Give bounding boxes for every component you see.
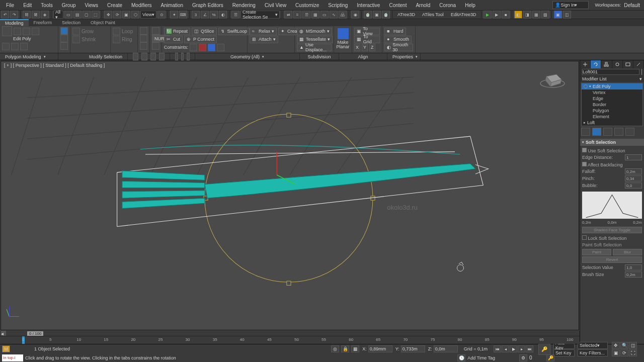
msmooth-button[interactable]: ◍MSmooth ▾ [297,28,332,35]
menu-graph-editors[interactable]: Graph Editors [188,2,227,9]
time-tag-icon[interactable]: 🕓 [457,354,465,361]
tab-modify-icon[interactable] [591,60,601,68]
pan-icon[interactable]: ✥ [612,342,620,349]
tool-b-icon[interactable]: ◨ [523,11,531,19]
stored-a-icon[interactable] [175,53,178,60]
so-border-icon[interactable] [32,28,39,35]
y-field[interactable]: 0,733m [401,345,425,352]
sel-tool-d-icon[interactable] [159,53,165,60]
grow-icon[interactable] [72,28,80,35]
tool-d-icon[interactable]: ▨ [541,11,549,19]
tab-display-icon[interactable] [623,60,633,68]
stored-c-icon[interactable] [187,53,190,60]
geometry-footer[interactable]: Geometry (All) [195,53,300,60]
rotate-icon[interactable]: ⟳ [113,11,121,19]
plugin-editatree[interactable]: EditATree3D [448,12,479,17]
to-grid-button[interactable]: ▦To Grid [354,36,380,43]
stop-icon[interactable]: ■ [502,11,510,19]
layer-explorer-icon[interactable]: ▦ [311,11,319,19]
polygon-modeling-footer[interactable]: Polygon Modeling [0,53,58,60]
edit-a-icon[interactable] [152,27,159,35]
edit-c-icon[interactable] [152,42,159,50]
swiftloop-button[interactable]: ↯SwiftLoop [218,28,250,35]
play-icon[interactable]: ▶ [484,11,492,19]
link-icon[interactable]: ⛓ [23,11,31,19]
constraint-edge-icon[interactable] [199,44,206,51]
goto-start-icon[interactable]: ⏮ [494,345,501,352]
add-time-tag[interactable]: Add Time Tag [467,355,495,360]
repeat-button[interactable]: ↻Repeat [164,28,190,35]
sel-a-icon[interactable] [140,27,147,35]
properties-footer[interactable]: Properties [387,53,421,60]
sel-c-icon[interactable] [140,42,147,50]
abs-rel-icon[interactable]: ▦ [351,345,359,352]
angle-snap-icon[interactable]: ∠ [201,11,209,19]
tool-c-icon[interactable]: ▦ [532,11,540,19]
configure-sets-icon[interactable] [625,128,634,136]
prev-frame-icon[interactable]: ◂ [502,345,509,352]
rollout-soft-selection[interactable]: ▾Soft Selection [580,139,644,146]
lock-soft-checkbox[interactable] [582,235,587,240]
menu-content[interactable]: Content [385,2,411,9]
tab-modeling[interactable]: Modeling [0,19,29,26]
render-frame-icon[interactable]: ▣ [373,11,381,19]
tab-utilities-icon[interactable] [633,60,644,68]
fov-icon[interactable]: ◫ [629,342,637,349]
sel-tool-b-icon[interactable] [141,53,147,60]
move-icon[interactable]: ✥ [104,11,112,19]
tab-object-paint[interactable]: Object Paint [86,19,120,26]
z-field[interactable]: 0,0m [434,345,458,352]
planar-y-button[interactable]: Y [362,44,368,51]
menu-modifiers[interactable]: Modifiers [127,2,156,9]
stack-border[interactable]: Border [582,102,642,108]
planar-x-button[interactable]: X [354,44,360,51]
constraint-face-icon[interactable] [208,44,215,51]
tab-hierarchy-icon[interactable] [601,60,612,68]
so-element-icon[interactable] [11,43,19,50]
menu-views[interactable]: Views [81,2,103,9]
selection-filter-dropdown[interactable]: All ▾ [53,11,63,19]
sel-tool-a-icon[interactable] [133,53,138,60]
stack-element[interactable]: Element [582,114,642,120]
frame-indicator[interactable]: 0 / 100 [27,331,43,336]
selection-lock-icon[interactable]: 🔒 [341,345,349,352]
stored-b-icon[interactable] [181,53,184,60]
menu-tools[interactable]: Tools [37,2,56,9]
modifier-list-dropdown[interactable]: Modifier List▾ [580,75,644,82]
percent-snap-icon[interactable]: % [210,11,218,19]
constraint-none-icon[interactable] [190,44,197,51]
loop-icon[interactable] [113,28,120,35]
tool-f-icon[interactable]: ◫ [563,11,571,19]
pconnect-button[interactable]: ⊕P Connect [184,36,217,43]
qslice-button[interactable]: ◫QSlice [192,28,217,35]
tool-e-icon[interactable]: ▣ [554,11,562,19]
goto-end-icon[interactable]: ⏭ [526,345,533,352]
sel-b-icon[interactable] [140,35,147,42]
ring-icon[interactable] [113,36,120,43]
toggle-ribbon-icon[interactable]: ▭ [320,11,329,19]
manip-icon[interactable]: ✦ [170,11,178,19]
current-frame-field[interactable]: 0 [529,355,544,360]
remove-modifier-icon[interactable] [614,128,623,136]
edge-distance-spinner[interactable]: 1 [625,154,642,160]
show-end-result-icon[interactable] [592,128,601,136]
spinner-snap-icon[interactable]: ◐ [219,11,227,19]
menu-scripting[interactable]: Scripting [324,2,352,9]
pin-stack-icon[interactable] [581,128,590,136]
menu-corona[interactable]: Corona [435,2,460,9]
x-field[interactable]: 0,89mm [368,345,392,352]
cut-button[interactable]: ✂Cut [164,36,183,43]
sel-value-spinner[interactable]: 1,0 [625,264,642,270]
relax-button[interactable]: ≈Relax ▾ [250,28,277,35]
scale-icon[interactable]: ▣ [122,11,130,19]
subdivision-footer[interactable]: Subdivision [300,53,339,60]
preview-icon[interactable] [20,43,28,50]
edit-selection-icon[interactable]: ☰ [231,11,239,19]
next-frame-icon[interactable]: ▸ [518,345,525,352]
modifier-stack[interactable]: ▾Edit Poly Vertex Edge Border Polygon El… [581,83,643,126]
modify-selection-footer[interactable]: Modify Selection [58,53,128,60]
stack-vertex[interactable]: Vertex [582,89,642,96]
select-region-icon[interactable]: ▢ [83,11,91,19]
tab-motion-icon[interactable] [612,60,623,68]
use-soft-checkbox[interactable] [582,148,587,152]
